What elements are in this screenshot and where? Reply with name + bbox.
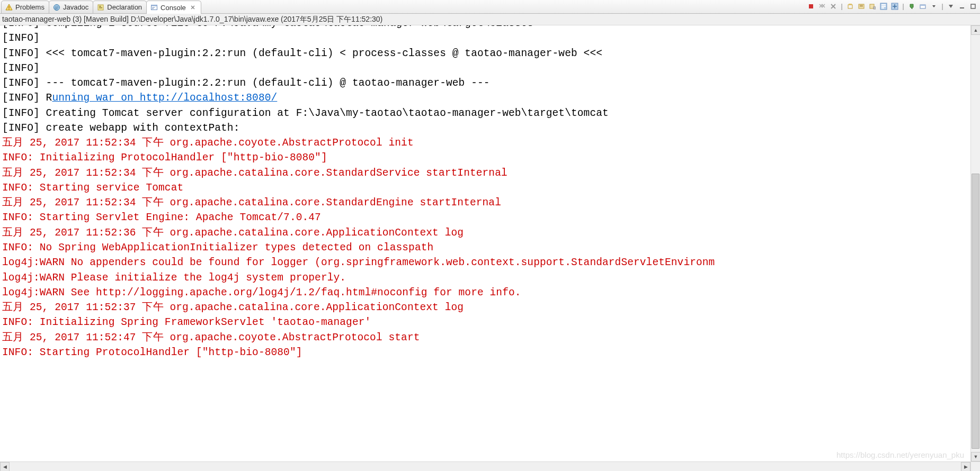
horizontal-scrollbar[interactable]: ◀ ▶: [0, 461, 970, 471]
tab-javadoc[interactable]: @ Javadoc: [49, 1, 93, 13]
console-text[interactable]: [INFO] Compiling 1 source file to F:\Jav…: [0, 25, 980, 360]
word-wrap-icon[interactable]: [879, 2, 888, 11]
declaration-icon: [96, 3, 105, 12]
tab-label: Javadoc: [63, 3, 88, 11]
close-icon[interactable]: [189, 4, 197, 11]
svg-rect-7: [99, 7, 102, 8]
svg-rect-40: [971, 4, 975, 8]
maximize-icon[interactable]: [968, 2, 978, 11]
console-output-area: [INFO] Compiling 1 source file to F:\Jav…: [0, 25, 980, 461]
scroll-right-icon[interactable]: ▶: [961, 462, 970, 471]
tab-declaration[interactable]: Declaration: [93, 1, 147, 13]
svg-rect-6: [99, 6, 101, 7]
launch-description: taotao-manager-web (3) [Maven Build] D:\…: [0, 14, 980, 25]
toolbar-separator: |: [840, 2, 844, 11]
remove-all-icon[interactable]: [845, 2, 855, 11]
svg-rect-27: [874, 7, 876, 9]
tab-label: Console: [161, 4, 186, 12]
svg-rect-1: [8, 6, 10, 8]
remove-launch-icon[interactable]: [828, 2, 838, 11]
tab-problems[interactable]: Problems: [1, 1, 49, 13]
svg-text:@: @: [55, 5, 58, 10]
view-tab-bar: Problems @ Javadoc Declaration Console: [0, 0, 980, 14]
toolbar-separator: |: [940, 2, 945, 11]
scroll-down-icon[interactable]: ▼: [971, 452, 980, 461]
terminate-all-icon[interactable]: [817, 2, 827, 11]
svg-rect-39: [960, 7, 964, 8]
launch-description-text: taotao-manager-web (3) [Maven Build] D:\…: [2, 15, 382, 24]
warning-icon: [5, 3, 13, 12]
minimize-icon[interactable]: [957, 2, 967, 11]
scroll-lock-icon[interactable]: [868, 2, 877, 11]
view-menu-icon[interactable]: [946, 2, 956, 11]
svg-rect-11: [152, 8, 154, 9]
svg-marker-38: [949, 5, 953, 8]
svg-rect-29: [881, 4, 886, 5]
dropdown-arrow-icon[interactable]: [929, 2, 939, 11]
svg-rect-36: [920, 5, 925, 6]
svg-rect-9: [152, 5, 157, 7]
svg-rect-2: [8, 8, 10, 10]
console-icon: [150, 3, 158, 12]
svg-marker-37: [932, 5, 936, 7]
open-console-icon[interactable]: [918, 2, 928, 11]
clear-console-icon[interactable]: [857, 2, 866, 11]
toolbar-separator: |: [901, 2, 905, 11]
tab-label: Problems: [15, 3, 44, 11]
vertical-scrollbar[interactable]: ▲ ▼: [970, 25, 980, 461]
scroll-up-icon[interactable]: ▲: [971, 25, 980, 35]
terminate-icon[interactable]: [806, 2, 816, 11]
svg-rect-30: [881, 6, 886, 7]
svg-rect-31: [881, 7, 884, 8]
tab-console[interactable]: Console: [146, 1, 201, 14]
display-selected-icon[interactable]: [907, 2, 916, 11]
pin-console-icon[interactable]: [890, 2, 899, 11]
console-toolbar: | | |: [806, 2, 978, 11]
javadoc-icon: @: [52, 3, 61, 12]
svg-rect-14: [809, 4, 813, 8]
scroll-left-icon[interactable]: ◀: [0, 462, 10, 471]
scroll-corner: [970, 461, 980, 471]
svg-rect-21: [848, 5, 852, 8]
tab-label: Declaration: [107, 3, 142, 11]
svg-rect-22: [849, 4, 852, 5]
scroll-thumb[interactable]: [972, 174, 979, 449]
svg-rect-10: [152, 7, 155, 8]
